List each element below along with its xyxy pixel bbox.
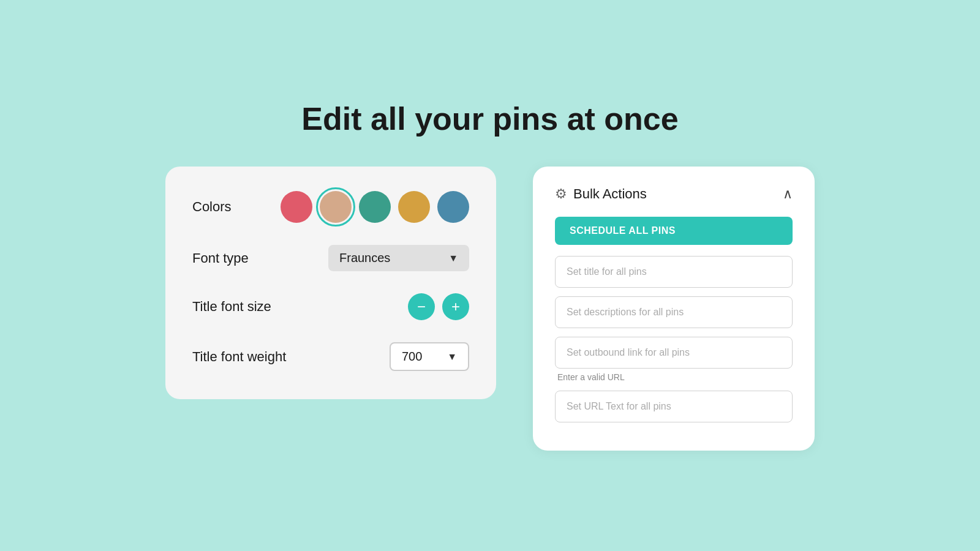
schedule-all-pins-button[interactable]: SCHEDULE ALL PINS bbox=[555, 217, 793, 245]
colors-container bbox=[281, 191, 469, 223]
font-weight-arrow: ▼ bbox=[447, 351, 457, 362]
title-font-size-label: Title font size bbox=[192, 299, 271, 315]
bulk-title-row: ⚙ Bulk Actions bbox=[555, 186, 647, 202]
color-gold[interactable] bbox=[398, 191, 430, 223]
colors-row: Colors bbox=[192, 191, 469, 223]
decrement-button[interactable]: − bbox=[408, 293, 435, 320]
font-type-row: Font type Fraunces ▼ bbox=[192, 245, 469, 271]
description-input[interactable] bbox=[555, 296, 793, 328]
chevron-up-icon[interactable]: ∧ bbox=[783, 186, 793, 202]
color-beige[interactable] bbox=[320, 191, 352, 223]
page-title: Edit all your pins at once bbox=[301, 100, 678, 137]
gear-icon: ⚙ bbox=[555, 186, 567, 202]
title-input[interactable] bbox=[555, 256, 793, 288]
outbound-link-input[interactable] bbox=[555, 337, 793, 369]
title-font-size-row: Title font size − + bbox=[192, 293, 469, 320]
font-type-arrow: ▼ bbox=[448, 253, 458, 264]
size-controls: − + bbox=[408, 293, 469, 320]
color-red[interactable] bbox=[281, 191, 312, 223]
colors-label: Colors bbox=[192, 199, 232, 215]
font-weight-dropdown[interactable]: 700 ▼ bbox=[390, 342, 469, 371]
color-blue[interactable] bbox=[437, 191, 469, 223]
bulk-actions-title: Bulk Actions bbox=[573, 186, 647, 202]
font-type-value: Fraunces bbox=[339, 251, 390, 265]
color-teal[interactable] bbox=[359, 191, 391, 223]
right-panel: ⚙ Bulk Actions ∧ SCHEDULE ALL PINS Enter… bbox=[533, 167, 815, 451]
url-text-input[interactable] bbox=[555, 391, 793, 422]
font-weight-value: 700 bbox=[402, 350, 422, 364]
font-type-dropdown[interactable]: Fraunces ▼ bbox=[328, 245, 469, 271]
increment-button[interactable]: + bbox=[442, 293, 469, 320]
panels-row: Colors Font type Fraunces ▼ Title font s… bbox=[165, 167, 815, 451]
title-font-weight-label: Title font weight bbox=[192, 349, 286, 365]
title-font-weight-row: Title font weight 700 ▼ bbox=[192, 342, 469, 371]
url-hint: Enter a valid URL bbox=[555, 372, 793, 382]
left-panel: Colors Font type Fraunces ▼ Title font s… bbox=[165, 167, 496, 399]
font-type-label: Font type bbox=[192, 250, 249, 266]
bulk-header: ⚙ Bulk Actions ∧ bbox=[555, 186, 793, 202]
